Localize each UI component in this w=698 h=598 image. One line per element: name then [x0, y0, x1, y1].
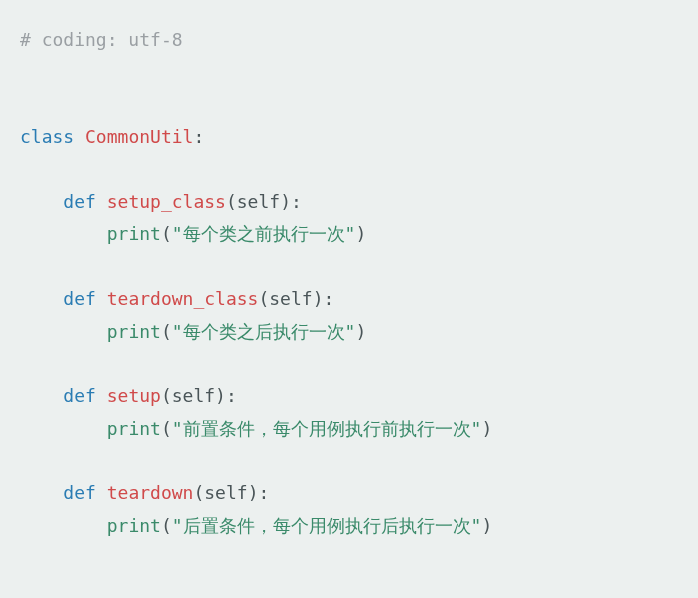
- colon: :: [193, 126, 204, 147]
- method-name: teardown: [107, 482, 194, 503]
- paren-close: ): [481, 515, 492, 536]
- paren-close: ): [215, 385, 226, 406]
- paren-open: (: [226, 191, 237, 212]
- param-self: self: [172, 385, 215, 406]
- print-call: print: [107, 515, 161, 536]
- method-name: setup: [107, 385, 161, 406]
- class-keyword: class: [20, 126, 74, 147]
- def-keyword: def: [63, 482, 96, 503]
- string-literal: "每个类之后执行一次": [172, 321, 356, 342]
- paren-open: (: [161, 418, 172, 439]
- paren-open: (: [193, 482, 204, 503]
- print-call: print: [107, 223, 161, 244]
- paren-close: ): [313, 288, 324, 309]
- paren-open: (: [161, 321, 172, 342]
- print-call: print: [107, 418, 161, 439]
- comment-line: # coding: utf-8: [20, 29, 183, 50]
- class-name: CommonUtil: [85, 126, 193, 147]
- paren-close: ): [355, 321, 366, 342]
- def-keyword: def: [63, 385, 96, 406]
- method-name: teardown_class: [107, 288, 259, 309]
- def-keyword: def: [63, 191, 96, 212]
- paren-close: ): [248, 482, 259, 503]
- paren-open: (: [161, 385, 172, 406]
- param-self: self: [237, 191, 280, 212]
- method-name: setup_class: [107, 191, 226, 212]
- code-block: # coding: utf-8 class CommonUtil: def se…: [20, 24, 678, 542]
- colon: :: [323, 288, 334, 309]
- string-literal: "每个类之前执行一次": [172, 223, 356, 244]
- paren-open: (: [161, 223, 172, 244]
- colon: :: [226, 385, 237, 406]
- param-self: self: [204, 482, 247, 503]
- paren-close: ): [280, 191, 291, 212]
- paren-close: ): [481, 418, 492, 439]
- string-literal: "后置条件，每个用例执行后执行一次": [172, 515, 482, 536]
- paren-open: (: [258, 288, 269, 309]
- def-keyword: def: [63, 288, 96, 309]
- colon: :: [291, 191, 302, 212]
- print-call: print: [107, 321, 161, 342]
- colon: :: [258, 482, 269, 503]
- param-self: self: [269, 288, 312, 309]
- paren-close: ): [355, 223, 366, 244]
- paren-open: (: [161, 515, 172, 536]
- string-literal: "前置条件，每个用例执行前执行一次": [172, 418, 482, 439]
